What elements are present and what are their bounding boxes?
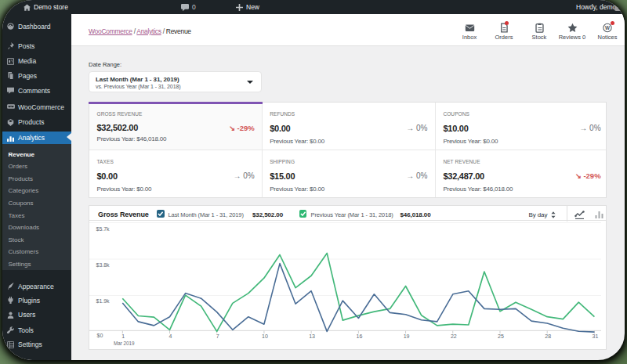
svg-text:W: W [605, 25, 610, 31]
